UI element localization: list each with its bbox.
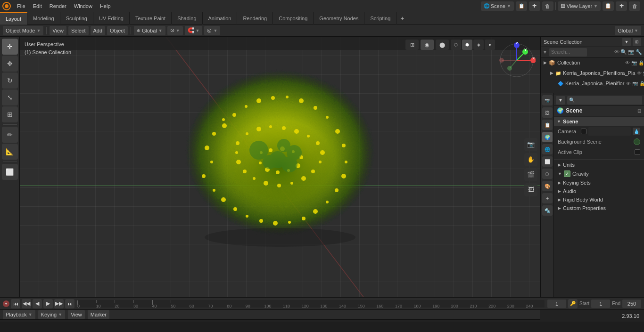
props-search-input[interactable] bbox=[567, 96, 642, 105]
transform-dropdown[interactable]: ⊕ Global ▼ bbox=[134, 26, 165, 35]
tab-shading[interactable]: Shading bbox=[172, 12, 202, 24]
navigation-gizmo[interactable]: X Y Z bbox=[498, 41, 536, 79]
tab-uv-editing[interactable]: UV Editing bbox=[93, 12, 130, 24]
camera-persp-btn[interactable]: 🎬 bbox=[524, 168, 537, 181]
pivot-dropdown[interactable]: ⊙ ▼ bbox=[167, 26, 183, 35]
tab-sculpting[interactable]: Sculpting bbox=[60, 12, 93, 24]
viewport-3d[interactable]: User Perspective (1) Scene Collection X … bbox=[20, 37, 540, 297]
props-particles-icon[interactable]: ✦ bbox=[542, 193, 553, 203]
viewport-select-menu[interactable]: Select bbox=[68, 26, 89, 35]
tool-add-cube[interactable]: ⬜ bbox=[2, 164, 18, 180]
tab-compositing[interactable]: Compositing bbox=[273, 12, 314, 24]
keying-menu[interactable]: Keying ▼ bbox=[38, 310, 66, 319]
tab-animation[interactable]: Animation bbox=[203, 12, 238, 24]
menu-window[interactable]: Window bbox=[70, 0, 96, 12]
tab-rendering[interactable]: Rendering bbox=[237, 12, 273, 24]
props-material-icon[interactable]: 🎨 bbox=[542, 181, 553, 191]
marker-menu[interactable]: Marker bbox=[88, 310, 109, 319]
custom-props-section[interactable]: ▶ Custom Properties bbox=[554, 204, 644, 212]
tab-scripting[interactable]: Scripting bbox=[364, 12, 396, 24]
timeline-jump-start[interactable]: ⏮ bbox=[11, 299, 20, 308]
tab-layout[interactable]: Layout bbox=[0, 12, 27, 24]
props-physics-icon[interactable]: 🔩 bbox=[542, 205, 553, 216]
options-dropdown[interactable]: Global ▼ bbox=[615, 26, 641, 35]
proportional-edit[interactable]: ◎ ▼ bbox=[204, 26, 220, 35]
view-layer-new[interactable]: ✚ bbox=[616, 1, 627, 11]
camera-field[interactable] bbox=[588, 127, 631, 136]
camera-view-btn[interactable]: 📷 bbox=[524, 138, 537, 151]
outliner-restrict-icon-4[interactable]: 🔧 bbox=[636, 49, 642, 55]
outliner-sort-btn[interactable]: ⊞ bbox=[633, 38, 641, 46]
outliner-restrict-icon-1[interactable]: 👁 bbox=[614, 49, 619, 55]
collection-vis-icon-2[interactable]: 📷 bbox=[631, 60, 637, 65]
props-object-icon[interactable]: ⬜ bbox=[542, 156, 553, 167]
audio-section[interactable]: ▶ Audio bbox=[554, 187, 644, 195]
tool-cursor[interactable]: ✛ bbox=[2, 39, 18, 55]
bg-scene-dot[interactable] bbox=[634, 138, 640, 145]
viewport-add-menu[interactable]: Add bbox=[91, 26, 106, 35]
rigid-body-section[interactable]: ▶ Rigid Body World bbox=[554, 195, 644, 204]
shading-solid[interactable]: ⬢ bbox=[462, 40, 472, 50]
menu-file[interactable]: File bbox=[13, 0, 29, 12]
gravity-checkbox[interactable]: ✓ bbox=[564, 170, 570, 177]
scene-subsection-header[interactable]: ▼ Scene bbox=[554, 117, 644, 126]
menu-render[interactable]: Render bbox=[46, 0, 70, 12]
menu-help[interactable]: Help bbox=[96, 0, 115, 12]
timeline-next-frame[interactable]: ▶▶ bbox=[54, 299, 64, 308]
outliner-restrict-icon-3[interactable]: 📷 bbox=[628, 49, 635, 55]
collection-vis-icon-1[interactable]: 👁 bbox=[625, 60, 630, 65]
playback-menu[interactable]: Playback ▼ bbox=[3, 310, 35, 319]
view-menu[interactable]: View bbox=[68, 310, 85, 319]
item2-vis[interactable]: 👁 bbox=[626, 81, 631, 86]
outliner-filter-btn[interactable]: ▼ bbox=[622, 38, 631, 46]
object-mode-dropdown[interactable]: Object Mode ▼ bbox=[3, 26, 43, 35]
viewport-view-menu[interactable]: View bbox=[50, 26, 66, 35]
timeline-prev-frame[interactable]: ◀ bbox=[33, 299, 42, 308]
frame-ruler[interactable]: 0 10 20 30 40 50 60 70 80 90 100 110 120… bbox=[77, 300, 545, 308]
tool-transform[interactable]: ⊞ bbox=[2, 106, 18, 122]
scene-options[interactable]: 📋 bbox=[516, 1, 527, 11]
props-mesh-icon[interactable]: ⬡ bbox=[542, 169, 553, 179]
tool-rotate[interactable]: ↻ bbox=[2, 73, 18, 89]
shading-material[interactable]: ◈ bbox=[473, 40, 484, 50]
tool-measure[interactable]: 📐 bbox=[2, 144, 18, 160]
scene-delete[interactable]: 🗑 bbox=[542, 1, 553, 11]
tool-scale[interactable]: ⤡ bbox=[2, 89, 18, 105]
camera-eyedrop[interactable]: 💧 bbox=[633, 128, 640, 135]
menu-edit[interactable]: Edit bbox=[29, 0, 46, 12]
gravity-section[interactable]: ▼ ✓ Gravity bbox=[554, 169, 644, 178]
tool-move[interactable]: ✥ bbox=[2, 56, 18, 72]
timeline-jump-end[interactable]: ⏭ bbox=[65, 299, 74, 308]
keying-icon[interactable]: 🔑 bbox=[568, 299, 578, 308]
item2-lock[interactable]: 🔒 bbox=[639, 81, 644, 86]
end-frame-input[interactable] bbox=[622, 300, 641, 308]
render-overlay-btn[interactable]: 🖼 bbox=[524, 183, 537, 196]
add-workspace-button[interactable]: + bbox=[396, 15, 408, 22]
props-filter-icon-1[interactable]: ▼ bbox=[556, 96, 565, 105]
item1-vis[interactable]: 👁 bbox=[637, 71, 642, 76]
tab-geometry-nodes[interactable]: Geometry Nodes bbox=[314, 12, 364, 24]
current-frame-input[interactable] bbox=[547, 300, 566, 308]
timeline-play[interactable]: ▶ bbox=[43, 299, 53, 308]
outliner-restrict-icon-2[interactable]: 🔍 bbox=[620, 49, 627, 55]
overlay-gizmo-btn[interactable]: ⊞ bbox=[405, 40, 419, 50]
view-layer-options[interactable]: 📋 bbox=[603, 1, 614, 11]
view-layer-selector[interactable]: 🖼 View Layer ▼ bbox=[558, 1, 601, 11]
tool-annotate[interactable]: ✏ bbox=[2, 127, 18, 143]
tab-modeling[interactable]: Modeling bbox=[27, 12, 60, 24]
shading-wire[interactable]: ⬡ bbox=[451, 40, 461, 50]
outliner-kerria-item-1[interactable]: ▶ 📁 Kerria_Japonica_Pleniflora_Pla 👁 📷 🔒 bbox=[541, 68, 644, 78]
props-view-layer-icon[interactable]: 📋 bbox=[542, 120, 553, 130]
overlay-shading-btn[interactable]: ⬤ bbox=[436, 40, 449, 50]
hand-pan-btn[interactable]: ✋ bbox=[524, 153, 537, 166]
outliner-search-input[interactable] bbox=[549, 48, 587, 57]
props-render-icon[interactable]: 📷 bbox=[542, 95, 553, 105]
props-scene-icon[interactable]: 🌍 bbox=[542, 132, 553, 142]
scene-new[interactable]: ✚ bbox=[529, 1, 540, 11]
overlay-viewport-btn[interactable]: ◉ bbox=[421, 40, 434, 50]
props-header-expand[interactable]: ⊟ bbox=[637, 108, 641, 113]
item2-cam[interactable]: 📷 bbox=[632, 81, 638, 86]
scene-selector[interactable]: 🌐 Scene ▼ bbox=[481, 1, 514, 11]
view-layer-delete[interactable]: 🗑 bbox=[629, 1, 640, 11]
props-output-icon[interactable]: 🖼 bbox=[542, 107, 553, 118]
